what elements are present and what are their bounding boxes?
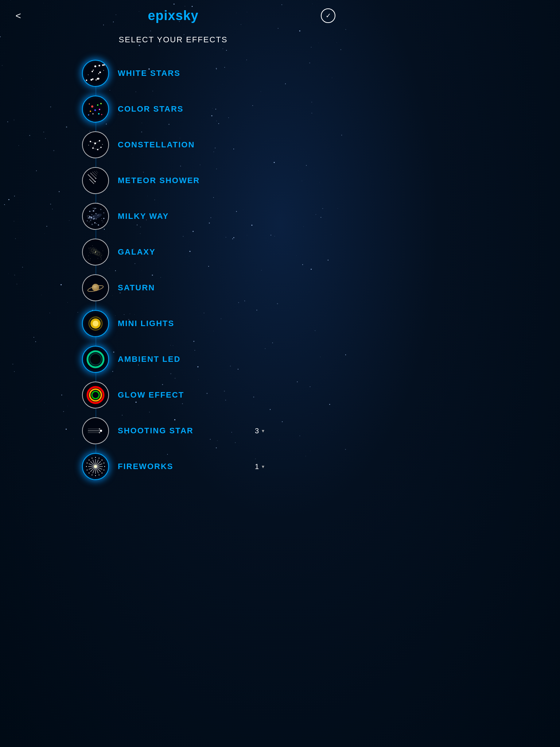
- effect-label-saturn: SATURN: [118, 283, 264, 293]
- svg-point-136: [94, 393, 97, 397]
- svg-point-40: [100, 147, 102, 148]
- svg-point-105: [90, 259, 91, 259]
- svg-point-8: [90, 79, 92, 81]
- app-logo: epixsky: [148, 8, 198, 23]
- effect-item-white-stars[interactable]: WHITE STARS: [82, 55, 264, 91]
- effect-item-milky-way[interactable]: MILKY WAY: [82, 198, 264, 234]
- effect-icon-milky-way: [82, 203, 109, 230]
- svg-point-7: [92, 71, 93, 72]
- svg-point-174: [102, 460, 102, 460]
- svg-point-103: [92, 253, 93, 253]
- effect-label-galaxy: GALAXY: [118, 247, 264, 257]
- svg-point-62: [100, 209, 102, 210]
- effect-item-shooting-star[interactable]: SHOOTING STAR3 ▾: [82, 413, 264, 449]
- svg-point-104: [92, 245, 93, 246]
- effect-icon-glow-effect: [82, 382, 109, 409]
- svg-point-23: [93, 113, 94, 115]
- effect-icon-white-stars: [82, 60, 109, 87]
- effect-label-white-stars: WHITE STARS: [118, 69, 264, 78]
- svg-point-17: [85, 99, 106, 119]
- effect-item-meteor-shower[interactable]: METEOR SHOWER: [82, 163, 264, 198]
- svg-point-108: [101, 257, 101, 257]
- svg-point-118: [89, 248, 89, 248]
- effect-icon-fireworks: [82, 453, 109, 480]
- svg-point-71: [93, 210, 94, 212]
- svg-point-164: [87, 462, 88, 463]
- counter-value: 3: [255, 427, 259, 435]
- effect-icon-mini-lights: [82, 310, 109, 337]
- svg-point-35: [90, 141, 91, 142]
- svg-point-81: [92, 211, 92, 212]
- svg-point-127: [93, 321, 98, 326]
- svg-point-19: [97, 104, 98, 106]
- svg-point-152: [98, 475, 99, 475]
- effect-item-saturn[interactable]: SATURN: [82, 270, 264, 306]
- svg-point-141: [100, 430, 102, 432]
- svg-point-109: [96, 249, 97, 249]
- svg-point-160: [87, 469, 88, 470]
- svg-point-82: [93, 208, 94, 209]
- svg-point-43: [85, 170, 106, 191]
- counter-value: 1: [255, 462, 259, 471]
- svg-point-177: [94, 465, 97, 468]
- svg-point-26: [100, 103, 102, 104]
- svg-point-73: [102, 220, 102, 221]
- svg-point-146: [104, 466, 105, 467]
- effect-item-glow-effect[interactable]: GLOW EFFECT: [82, 377, 264, 413]
- svg-point-56: [103, 218, 104, 219]
- effect-label-meteor-shower: METEOR SHOWER: [118, 176, 264, 185]
- effect-item-fireworks[interactable]: FIREWORKS1 ▾: [82, 449, 264, 484]
- effect-counter-fireworks[interactable]: 1 ▾: [255, 462, 264, 471]
- logo-prefix: epi: [148, 8, 168, 23]
- effect-item-color-stars[interactable]: COLOR STARS: [82, 91, 264, 127]
- svg-point-166: [89, 460, 89, 460]
- counter-arrow-icon: ▾: [262, 428, 264, 434]
- svg-point-100: [101, 259, 101, 259]
- effect-item-galaxy[interactable]: GALAXY: [82, 234, 264, 270]
- effect-label-mini-lights: MINI LIGHTS: [118, 319, 264, 328]
- svg-point-27: [101, 114, 102, 115]
- effect-label-constellation: CONSTELLATION: [118, 140, 264, 150]
- effect-label-fireworks: FIREWORKS: [118, 462, 255, 471]
- svg-point-99: [95, 248, 95, 248]
- effect-label-glow-effect: GLOW EFFECT: [118, 390, 264, 400]
- effect-item-mini-lights[interactable]: MINI LIGHTS: [82, 306, 264, 341]
- svg-point-42: [102, 144, 103, 145]
- svg-point-25: [89, 104, 90, 105]
- svg-point-41: [88, 145, 89, 146]
- back-button[interactable]: <: [11, 8, 26, 23]
- svg-point-22: [99, 109, 100, 110]
- effect-icon-meteor-shower: [82, 167, 109, 194]
- svg-point-158: [89, 473, 89, 473]
- svg-point-16: [103, 70, 104, 71]
- svg-point-57: [89, 222, 90, 222]
- effect-icon-ambient-led: [82, 346, 109, 373]
- svg-point-89: [95, 208, 96, 209]
- effect-label-color-stars: COLOR STARS: [118, 104, 264, 114]
- counter-arrow-icon: ▾: [262, 464, 264, 469]
- svg-point-39: [97, 149, 98, 150]
- svg-point-5: [96, 79, 97, 80]
- effect-item-ambient-led[interactable]: AMBIENT LED: [82, 341, 264, 377]
- svg-point-63: [103, 212, 104, 213]
- done-button[interactable]: ✓: [321, 8, 335, 23]
- effect-icon-color-stars: [82, 96, 109, 123]
- svg-point-66: [88, 217, 89, 219]
- svg-point-111: [90, 248, 91, 248]
- svg-point-12: [97, 78, 99, 80]
- svg-point-143: [99, 432, 100, 433]
- svg-point-156: [92, 475, 92, 475]
- svg-point-142: [99, 428, 100, 430]
- svg-point-51: [96, 178, 96, 179]
- effect-icon-shooting-star: [82, 417, 109, 444]
- svg-point-113: [90, 253, 91, 253]
- effect-counter-shooting-star[interactable]: 3 ▾: [255, 427, 264, 435]
- svg-point-107: [88, 259, 89, 260]
- effect-item-constellation[interactable]: CONSTELLATION: [82, 127, 264, 163]
- svg-point-1: [104, 64, 105, 66]
- svg-point-2: [86, 80, 87, 81]
- svg-point-148: [104, 469, 104, 470]
- effects-list: WHITE STARS COLOR STARS: [0, 55, 346, 506]
- svg-point-70: [87, 216, 88, 216]
- svg-point-77: [101, 218, 102, 219]
